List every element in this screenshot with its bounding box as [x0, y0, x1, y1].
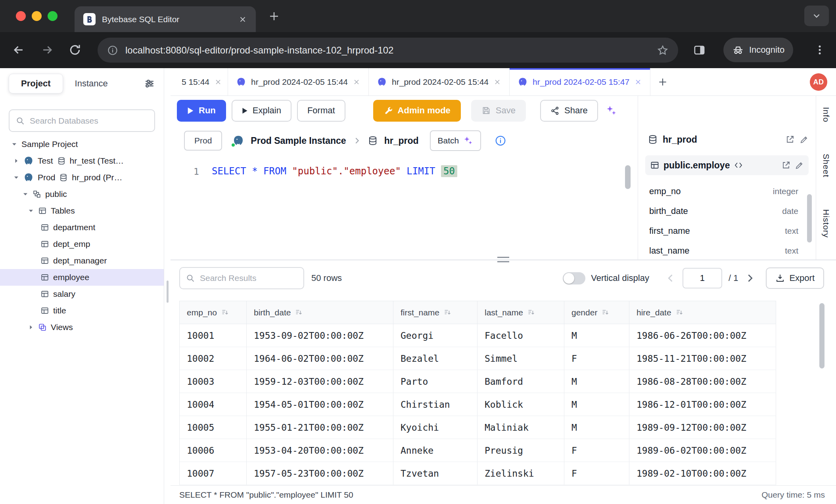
column-header-last_name[interactable]: last_name: [477, 301, 564, 324]
table-row[interactable]: 10002 1964-06-02T00:00:00Z Bezalel Simme…: [180, 347, 776, 370]
edit-pencil-icon[interactable]: [800, 135, 809, 144]
sort-icon[interactable]: [295, 308, 303, 317]
sidebar-resize-gutter[interactable]: [164, 68, 171, 504]
sort-icon[interactable]: [221, 308, 229, 317]
external-link-icon[interactable]: [781, 160, 791, 170]
editor-tab-2[interactable]: hr_prod 2024-02-05 15:44: [228, 68, 369, 95]
schema-table-row[interactable]: public.employe: [645, 155, 809, 175]
column-header-birth_date[interactable]: birth_date: [247, 301, 393, 324]
run-button[interactable]: Run: [177, 100, 226, 122]
tab-close-icon[interactable]: [353, 78, 360, 86]
page-number-input[interactable]: [683, 268, 722, 288]
tree-item-prod-instance[interactable]: Prod hr_prod (Pr…: [0, 169, 164, 186]
sort-icon[interactable]: [601, 308, 610, 317]
tree-item-table-dept_emp[interactable]: dept_emp: [0, 236, 164, 252]
vertical-display-toggle[interactable]: [563, 272, 585, 284]
column-row[interactable]: last_name text: [649, 241, 798, 260]
format-button[interactable]: Format: [297, 100, 345, 122]
column-header-gender[interactable]: gender: [564, 301, 629, 324]
next-page-icon[interactable]: [744, 273, 755, 284]
export-button[interactable]: Export: [766, 267, 824, 289]
results-search-input[interactable]: [200, 273, 298, 283]
save-button[interactable]: Save: [471, 100, 526, 122]
window-zoom-button[interactable]: [48, 11, 58, 21]
schema-scrollbar[interactable]: [807, 194, 812, 242]
rail-tab-history[interactable]: History: [821, 209, 831, 238]
editor-tab-4-active[interactable]: hr_prod 2024-02-05 15:47: [510, 68, 650, 95]
tree-item-views-group[interactable]: Views: [0, 319, 164, 336]
tree-item-tables-group[interactable]: Tables: [0, 202, 164, 219]
table-row[interactable]: 10007 1957-05-23T00:00:00Z Tzvetan Zieli…: [180, 462, 776, 485]
table-row[interactable]: 10001 1953-09-02T00:00:00Z Georgi Facell…: [180, 324, 776, 347]
tab-close-icon[interactable]: [634, 78, 642, 86]
tab-close-icon[interactable]: [493, 78, 501, 86]
database-search-input[interactable]: [30, 116, 148, 126]
forward-button[interactable]: [40, 43, 54, 57]
site-info-icon[interactable]: [107, 45, 118, 56]
tab-instance[interactable]: Instance: [75, 78, 108, 89]
environment-chip[interactable]: Prod: [184, 131, 222, 151]
sql-editor[interactable]: 1 SELECT * FROM "public"."employee" LIMI…: [171, 156, 638, 260]
tree-item-test-instance[interactable]: Test hr_test (Test…: [0, 153, 164, 169]
share-button[interactable]: Share: [540, 100, 598, 122]
column-header-hire_date[interactable]: hire_date: [629, 301, 776, 324]
table-row[interactable]: 10003 1959-12-03T00:00:00Z Parto Bamford…: [180, 370, 776, 393]
column-row[interactable]: emp_no integer: [649, 181, 798, 201]
schema-database-row[interactable]: hr_prod: [648, 131, 809, 148]
new-query-tab-button[interactable]: [650, 68, 675, 95]
rail-tab-sheet[interactable]: Sheet: [821, 154, 831, 178]
caret-down-icon[interactable]: [28, 208, 34, 214]
resize-handle[interactable]: [167, 281, 169, 303]
tree-item-table-title[interactable]: title: [0, 302, 164, 319]
new-tab-button[interactable]: [268, 10, 280, 22]
side-panel-icon[interactable]: [693, 44, 706, 56]
rail-tab-info[interactable]: Info: [821, 107, 831, 122]
results-search[interactable]: [179, 267, 304, 289]
caret-down-icon[interactable]: [22, 191, 29, 197]
editor-scrollbar[interactable]: [625, 165, 631, 189]
reload-button[interactable]: [68, 43, 82, 57]
column-row[interactable]: first_name text: [649, 221, 798, 241]
sort-icon[interactable]: [527, 308, 535, 317]
tab-project[interactable]: Project: [9, 74, 63, 94]
tree-item-sample-project[interactable]: Sample Project: [0, 136, 164, 153]
table-row[interactable]: 10005 1955-01-21T00:00:00Z Kyoichi Malin…: [180, 416, 776, 439]
results-scrollbar[interactable]: [819, 303, 824, 368]
database-name[interactable]: hr_prod: [384, 136, 419, 146]
tree-item-table-department[interactable]: department: [0, 219, 164, 236]
tree-item-table-dept_manager[interactable]: dept_manager: [0, 252, 164, 269]
code-icon[interactable]: [734, 160, 743, 170]
admin-mode-button[interactable]: Admin mode: [373, 100, 461, 122]
prev-page-icon[interactable]: [665, 273, 676, 284]
url-bar[interactable]: localhost:8080/sql-editor/prod-sample-in…: [98, 38, 678, 63]
tab-close-icon[interactable]: [214, 78, 222, 86]
external-link-icon[interactable]: [785, 135, 795, 144]
column-header-emp_no[interactable]: emp_no: [180, 301, 247, 324]
editor-tab-1[interactable]: 5 15:44: [171, 68, 228, 95]
ai-sparkles-icon[interactable]: [605, 105, 617, 116]
batch-button[interactable]: Batch: [430, 130, 481, 151]
instance-name[interactable]: Prod Sample Instance: [251, 136, 346, 146]
browser-tab[interactable]: Bytebase SQL Editor: [75, 6, 256, 32]
tree-settings-icon[interactable]: [144, 78, 155, 89]
user-avatar[interactable]: AD: [810, 73, 827, 91]
caret-right-icon[interactable]: [28, 324, 34, 330]
splitter-handle[interactable]: [497, 257, 509, 262]
caret-down-icon[interactable]: [11, 141, 17, 147]
browser-menu-icon[interactable]: [814, 44, 826, 56]
caret-right-icon[interactable]: [13, 158, 19, 164]
explain-button[interactable]: Explain: [232, 100, 291, 122]
editor-tab-3[interactable]: hr_prod 2024-02-05 15:44: [369, 68, 510, 95]
sort-icon[interactable]: [443, 308, 452, 317]
sort-icon[interactable]: [675, 308, 684, 317]
tree-item-schema-public[interactable]: public: [0, 186, 164, 202]
panel-splitter[interactable]: [171, 260, 836, 263]
table-row[interactable]: 10006 1953-04-20T00:00:00Z Anneke Preusi…: [180, 439, 776, 462]
caret-down-icon[interactable]: [13, 174, 19, 181]
browser-tab-close-icon[interactable]: [238, 15, 247, 24]
tab-search-button[interactable]: [804, 6, 829, 26]
tree-item-table-salary[interactable]: salary: [0, 286, 164, 302]
window-close-button[interactable]: [16, 11, 26, 21]
back-button[interactable]: [12, 43, 25, 57]
bookmark-star-icon[interactable]: [657, 44, 669, 56]
